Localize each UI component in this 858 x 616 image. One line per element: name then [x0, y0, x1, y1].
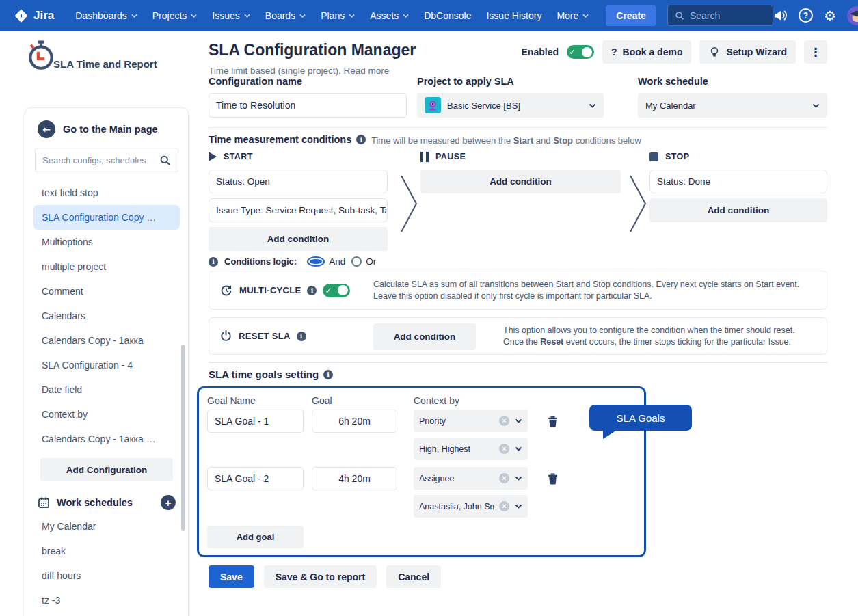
- sidebar-item-schedule[interactable]: tz -3: [33, 588, 180, 613]
- save-button[interactable]: Save: [209, 565, 254, 588]
- check-icon: ✓: [569, 48, 576, 56]
- nav-item-more[interactable]: More: [549, 0, 596, 31]
- configuration-name-field: Configuration name: [209, 76, 407, 118]
- reset-add-condition-button[interactable]: Add condition: [373, 323, 476, 350]
- book-a-demo-button[interactable]: ? Book a demo: [602, 40, 691, 64]
- stop-add-condition-button[interactable]: Add condition: [649, 198, 827, 222]
- radio-or[interactable]: [351, 256, 362, 267]
- gear-icon[interactable]: ⚙: [824, 9, 836, 23]
- info-icon[interactable]: i: [297, 332, 306, 341]
- goal-name-input[interactable]: [207, 467, 304, 490]
- megaphone-icon[interactable]: [773, 8, 788, 23]
- add-goal-button[interactable]: Add goal: [207, 526, 304, 548]
- sidebar-item-config[interactable]: Calendars Copy - 1акка …: [33, 427, 180, 451]
- sidebar-item-schedule[interactable]: break: [33, 539, 180, 563]
- configuration-name-label: Configuration name: [209, 76, 407, 87]
- goal-name-input[interactable]: [207, 410, 304, 433]
- project-field: Project to apply SLA Basic Service [BS]: [417, 76, 604, 118]
- sidebar-item-config[interactable]: Comment: [33, 279, 180, 304]
- info-icon[interactable]: i: [209, 257, 218, 267]
- help-icon[interactable]: ?: [799, 8, 813, 23]
- chevron-down-icon: [515, 418, 522, 423]
- clear-icon[interactable]: ×: [499, 473, 509, 483]
- enabled-toggle[interactable]: ✓: [567, 45, 594, 59]
- sidebar-item-config[interactable]: text field stop: [33, 180, 180, 205]
- nav-item-projects[interactable]: Projects: [145, 0, 205, 31]
- clear-icon[interactable]: ×: [499, 416, 509, 426]
- search-input[interactable]: [690, 10, 766, 21]
- nav-item-plans[interactable]: Plans: [313, 0, 362, 31]
- pause-add-condition-button[interactable]: Add condition: [420, 170, 621, 193]
- nav-item-boards[interactable]: Boards: [258, 0, 313, 31]
- play-icon: [209, 152, 217, 161]
- avatar[interactable]: [847, 6, 858, 25]
- chevron-down-icon: [515, 504, 522, 509]
- goal-row: Assignee × Anastasiia, John Smit… ×: [207, 467, 636, 518]
- search-icon: [159, 155, 171, 166]
- info-icon[interactable]: i: [356, 135, 366, 144]
- delete-goal-button[interactable]: [540, 467, 565, 490]
- nav-item-dashboards[interactable]: Dashboards: [68, 0, 145, 31]
- logic-and-option[interactable]: And: [307, 256, 345, 267]
- go-to-main-page[interactable]: ← Go to the Main page: [33, 118, 180, 148]
- sidebar-item-schedule[interactable]: My Calendar: [33, 514, 180, 539]
- chevron-down-icon: [589, 103, 596, 108]
- delete-goal-button[interactable]: [540, 410, 565, 433]
- nav-item-assets[interactable]: Assets: [362, 0, 416, 31]
- context-values-select[interactable]: High, Highest ×: [414, 438, 528, 460]
- context-values-select[interactable]: Anastasiia, John Smit… ×: [414, 495, 528, 518]
- cancel-button[interactable]: Cancel: [386, 565, 441, 588]
- stop-condition-chip[interactable]: Status: Done: [649, 170, 827, 193]
- start-add-condition-button[interactable]: Add condition: [209, 227, 388, 251]
- context-field-select[interactable]: Assignee ×: [414, 467, 528, 490]
- app-logo[interactable]: SLA Time and Report: [0, 31, 196, 72]
- toggle-knob: [338, 285, 348, 295]
- global-search[interactable]: [667, 5, 773, 26]
- sidebar-item-config-selected[interactable]: SLA Configuration Copy …: [33, 205, 180, 230]
- configs-search-input[interactable]: [42, 155, 159, 165]
- sidebar-item-config[interactable]: Multioptions: [33, 230, 180, 254]
- info-icon[interactable]: i: [323, 370, 333, 379]
- sidebar-item-schedule[interactable]: My Calendar - 1: [33, 613, 180, 616]
- goal-value-input[interactable]: [312, 467, 397, 490]
- add-schedule-button[interactable]: +: [161, 495, 176, 510]
- configuration-name-input[interactable]: [209, 93, 407, 118]
- goals-box: Goal Name Goal Context by Priority × Hig…: [197, 386, 646, 557]
- add-configuration-button[interactable]: Add Configuration: [40, 458, 173, 481]
- info-icon[interactable]: i: [307, 286, 317, 295]
- configs-search[interactable]: [35, 148, 178, 172]
- nav-item-issue-history[interactable]: Issue History: [479, 0, 549, 31]
- radio-and[interactable]: [307, 256, 325, 267]
- schedule-list: My Calendar break diff hours tz -3 My Ca…: [33, 514, 180, 616]
- setup-wizard-button[interactable]: Setup Wizard: [699, 40, 796, 64]
- sidebar-item-config[interactable]: Calendars Copy - 1акка: [33, 328, 180, 353]
- goal-value-input[interactable]: [312, 410, 397, 433]
- logic-or-option[interactable]: Or: [351, 256, 376, 267]
- sidebar-item-config[interactable]: Date field: [33, 377, 180, 402]
- work-schedule-select[interactable]: My Calendar: [638, 93, 827, 118]
- clear-icon[interactable]: ×: [499, 501, 509, 511]
- nav-item-issues[interactable]: Issues: [204, 0, 257, 31]
- context-field-select[interactable]: Priority ×: [414, 410, 528, 432]
- enabled-label: Enabled: [522, 46, 559, 57]
- kebab-menu-button[interactable]: ⋮: [804, 40, 827, 64]
- sidebar-item-config[interactable]: Calendars: [33, 304, 180, 328]
- read-more-link[interactable]: Read more: [344, 66, 390, 76]
- sidebar-item-config[interactable]: SLA Configuration - 4: [33, 353, 180, 377]
- multi-cycle-toggle[interactable]: ✓: [323, 284, 350, 297]
- sidebar-item-schedule[interactable]: diff hours: [33, 563, 180, 588]
- start-condition-chip[interactable]: Issue Type: Service Request, Sub-task, T…: [209, 198, 388, 222]
- start-condition-chip[interactable]: Status: Open: [209, 170, 388, 193]
- sidebar-item-config[interactable]: Context by: [33, 402, 180, 427]
- nav-item-dbconsole[interactable]: DbConsole: [416, 0, 479, 31]
- save-go-report-button[interactable]: Save & Go to report: [264, 565, 377, 588]
- page-subtitle: Time limit based (single project). Read …: [209, 66, 389, 76]
- project-select[interactable]: Basic Service [BS]: [417, 93, 604, 118]
- clear-icon[interactable]: ×: [499, 444, 509, 454]
- sidebar-scrollbar[interactable]: [181, 345, 185, 531]
- jira-brand[interactable]: Jira: [14, 8, 54, 23]
- conditions-logic-label: Conditions logic:: [224, 256, 297, 267]
- sidebar-item-config[interactable]: multiple project: [33, 254, 180, 279]
- conditions-logic-row: i Conditions logic: And Or: [209, 256, 376, 267]
- create-button[interactable]: Create: [606, 5, 656, 26]
